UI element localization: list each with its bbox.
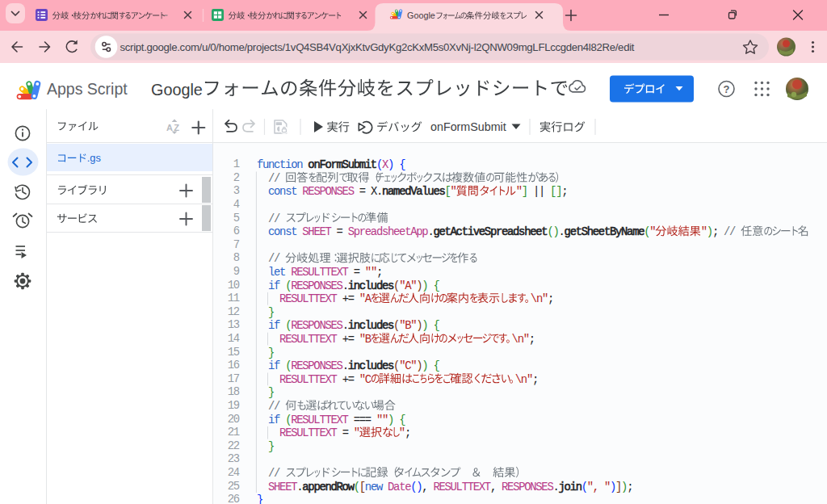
- svg-text:4: 4: [233, 198, 240, 211]
- svg-text:onFormSubmit: onFormSubmit: [430, 120, 506, 133]
- svg-text:": ": [354, 426, 359, 439]
- svg-text:(: (: [285, 359, 291, 372]
- svg-text://: //: [268, 172, 285, 185]
- svg-text:": ": [701, 225, 707, 238]
- svg-text:(: (: [285, 279, 291, 292]
- svg-text:(: (: [547, 225, 552, 238]
- svg-text:RESULTTEXT: RESULTTEXT: [279, 373, 337, 386]
- svg-text:24: 24: [228, 466, 240, 479]
- svg-text:;: ;: [532, 373, 538, 386]
- svg-text:script.google.com/u/0/home/pro: script.google.com/u/0/home/projects/1vQ4…: [120, 41, 635, 53]
- svg-text:}: }: [268, 386, 274, 399]
- svg-text:?: ?: [724, 83, 730, 95]
- svg-text:join: join: [559, 481, 582, 494]
- svg-text:": ": [649, 225, 655, 238]
- svg-text:RESULTTEXT: RESULTTEXT: [433, 481, 490, 494]
- svg-text:RESULTTEXT: RESULTTEXT: [291, 414, 348, 426]
- svg-text:{: {: [433, 279, 439, 292]
- svg-text:{: {: [399, 414, 405, 426]
- svg-text:]: ]: [556, 185, 561, 198]
- svg-text:=: =: [331, 225, 348, 238]
- svg-text:appendRow: appendRow: [302, 481, 355, 494]
- svg-text:(: (: [393, 279, 399, 292]
- svg-text:12: 12: [228, 305, 240, 318]
- svg-text:(: (: [410, 481, 416, 494]
- svg-text:if: if: [268, 359, 280, 372]
- svg-text:7: 7: [233, 238, 240, 251]
- svg-text:RESULTTEXT: RESULTTEXT: [279, 426, 337, 439]
- svg-text:getActiveSpreadsheet: getActiveSpreadsheet: [433, 225, 547, 238]
- svg-text:10: 10: [228, 279, 240, 292]
- svg-text:"B": "B": [399, 319, 416, 332]
- svg-text:if: if: [268, 319, 280, 332]
- svg-text:(: (: [285, 414, 291, 426]
- svg-text:,: ,: [490, 481, 502, 494]
- svg-text:.gs: .gs: [87, 152, 101, 164]
- svg-text:): ): [553, 225, 559, 238]
- svg-text:5: 5: [233, 212, 240, 225]
- svg-text:": ": [451, 185, 456, 198]
- svg-text:"": "": [376, 414, 388, 426]
- svg-text:"C": "C": [399, 359, 416, 372]
- svg-text:): ): [422, 279, 427, 292]
- svg-text:(: (: [354, 481, 359, 494]
- svg-text:): ): [422, 359, 427, 372]
- svg-text:includes: includes: [348, 279, 394, 292]
- svg-text:;: ;: [712, 225, 718, 238]
- svg-text:getSheetByName: getSheetByName: [565, 225, 645, 238]
- svg-text:RESPONSES: RESPONSES: [502, 481, 553, 494]
- svg-text:6: 6: [233, 225, 240, 237]
- svg-text://: //: [268, 467, 285, 480]
- svg-text:{: {: [433, 359, 439, 372]
- svg-text:SHEET: SHEET: [302, 225, 331, 238]
- svg-text:": ": [399, 426, 405, 439]
- svg-text:16: 16: [228, 359, 240, 372]
- svg-text:): ): [610, 481, 615, 494]
- svg-text:SHEET: SHEET: [268, 481, 297, 494]
- svg-text:(: (: [285, 319, 291, 332]
- svg-text:): ): [416, 279, 422, 292]
- svg-text:): ): [621, 481, 627, 494]
- svg-text:): ): [707, 225, 712, 238]
- svg-text:.: .: [342, 319, 348, 332]
- svg-text:;: ;: [529, 333, 535, 346]
- svg-text:"C: "C: [359, 373, 372, 386]
- svg-text:"A: "A: [359, 292, 372, 305]
- svg-text:.: .: [342, 359, 348, 372]
- svg-text:;: ;: [376, 266, 382, 279]
- svg-text:"A": "A": [399, 279, 416, 292]
- svg-text:[: [: [550, 185, 556, 198]
- svg-text:+=: +=: [337, 292, 359, 305]
- svg-text:+=: +=: [337, 333, 359, 346]
- svg-text:21: 21: [228, 426, 240, 439]
- svg-text:,: ,: [422, 481, 433, 494]
- svg-text:+=: +=: [337, 373, 359, 386]
- svg-text:=: =: [348, 266, 365, 279]
- svg-text:RESPONSES: RESPONSES: [302, 185, 354, 198]
- svg-text:17: 17: [228, 372, 240, 385]
- svg-text:{: {: [433, 319, 439, 332]
- svg-text:namedValues: namedValues: [382, 185, 445, 198]
- svg-text:20: 20: [228, 413, 240, 426]
- svg-text:\n": \n": [512, 333, 529, 346]
- svg-text:): ): [416, 319, 422, 332]
- svg-text:===: ===: [348, 414, 376, 426]
- svg-text:;: ;: [561, 185, 567, 198]
- svg-text://: //: [268, 400, 285, 413]
- svg-text:}: }: [268, 346, 274, 359]
- svg-text:1: 1: [233, 158, 240, 170]
- svg-text:": ": [516, 185, 522, 198]
- svg-text:RESULTTEXT: RESULTTEXT: [279, 333, 337, 346]
- svg-text:(: (: [393, 359, 399, 372]
- svg-text:19: 19: [228, 399, 240, 412]
- svg-text:]: ]: [615, 481, 621, 494]
- svg-text://: //: [268, 212, 285, 225]
- svg-text:", ": ", ": [587, 481, 610, 494]
- svg-text:11: 11: [228, 292, 240, 304]
- svg-text:onFormSubmit: onFormSubmit: [308, 158, 376, 171]
- svg-text:13: 13: [228, 318, 240, 331]
- svg-text:const: const: [268, 225, 296, 238]
- svg-text:RESPONSES: RESPONSES: [291, 319, 342, 332]
- svg-text:22: 22: [228, 439, 240, 452]
- svg-text:||: ||: [527, 185, 550, 198]
